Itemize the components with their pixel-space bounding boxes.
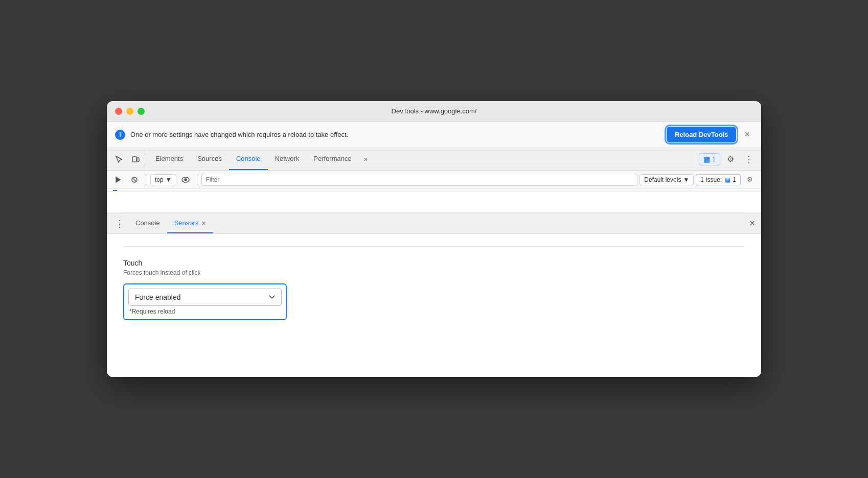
run-script-button[interactable] (111, 173, 125, 187)
traffic-lights (115, 108, 145, 115)
default-levels-button[interactable]: Default levels ▼ (639, 174, 694, 185)
close-notification-button[interactable]: × (741, 129, 753, 140)
touch-dropdown-wrapper: Force enabled Disabled Device-based *Req… (123, 283, 287, 320)
clear-console-button[interactable] (127, 173, 142, 187)
more-options-icon[interactable]: ⋮ (741, 151, 757, 168)
filter-input[interactable] (201, 174, 638, 186)
title-bar: DevTools - www.google.com/ (107, 101, 761, 122)
info-icon: i (115, 130, 125, 140)
notification-bar: i One or more settings have changed whic… (107, 122, 761, 148)
filter-divider (197, 174, 197, 186)
tab-console[interactable]: Console (229, 148, 268, 170)
sensors-content: Touch Forces touch instead of click Forc… (107, 234, 761, 377)
console-divider (146, 174, 146, 186)
main-toolbar: Elements Sources Console Network Perform… (107, 148, 761, 171)
touch-select[interactable]: Force enabled Disabled Device-based (128, 289, 282, 306)
settings-icon[interactable]: ⚙ (722, 151, 739, 168)
reload-devtools-button[interactable]: Reload DevTools (667, 127, 737, 142)
console-indicator (113, 189, 117, 191)
close-button[interactable] (115, 108, 122, 115)
svg-marker-2 (116, 177, 120, 182)
minimize-button[interactable] (126, 108, 133, 115)
tab-performance[interactable]: Performance (306, 148, 358, 170)
svg-line-4 (133, 178, 136, 181)
issues-badge-button[interactable]: ▦ 1 (699, 153, 720, 165)
console-empty-area (107, 192, 761, 212)
svg-rect-0 (132, 157, 136, 162)
tab-sources[interactable]: Sources (190, 148, 229, 170)
toolbar-right: ▦ 1 ⚙ ⋮ (699, 151, 757, 168)
touch-section-desc: Forces touch instead of click (123, 269, 745, 276)
console-settings-icon[interactable]: ⚙ (743, 173, 757, 187)
bottom-tab-bar: ⋮ Console Sensors × × (107, 213, 761, 234)
maximize-button[interactable] (138, 108, 145, 115)
toolbar-divider (146, 153, 146, 165)
context-selector[interactable]: top ▼ (150, 174, 176, 185)
tab-sensors[interactable]: Sensors × (167, 213, 213, 233)
more-tabs-button[interactable]: » (359, 148, 373, 170)
window-title: DevTools - www.google.com/ (392, 107, 477, 115)
issues-button[interactable]: 1 Issue: ▦ 1 (696, 174, 741, 185)
device-toolbar-button[interactable] (127, 151, 144, 168)
svg-point-6 (185, 179, 187, 181)
svg-rect-1 (137, 158, 139, 161)
close-bottom-panel-button[interactable]: × (747, 218, 757, 229)
eye-icon[interactable] (178, 173, 193, 187)
console-toolbar: top ▼ Default levels ▼ 1 Issue: ▦ 1 ⚙ (107, 171, 761, 189)
tab-console-bottom[interactable]: Console (128, 213, 167, 233)
sensors-top-divider (123, 246, 745, 247)
touch-section-title: Touch (123, 259, 745, 267)
notification-message: One or more settings have changed which … (130, 131, 661, 138)
bottom-panel: ⋮ Console Sensors × × Touch Forces touch… (107, 213, 761, 377)
tab-list: Elements Sources Console Network Perform… (148, 148, 699, 170)
requires-reload-text: *Requires reload (128, 306, 282, 315)
tab-network[interactable]: Network (268, 148, 307, 170)
inspect-element-button[interactable] (111, 151, 127, 168)
sensors-tab-close-button[interactable]: × (201, 219, 205, 227)
devtools-window: DevTools - www.google.com/ i One or more… (107, 101, 761, 377)
tab-elements[interactable]: Elements (148, 148, 190, 170)
bottom-more-button[interactable]: ⋮ (111, 218, 128, 229)
